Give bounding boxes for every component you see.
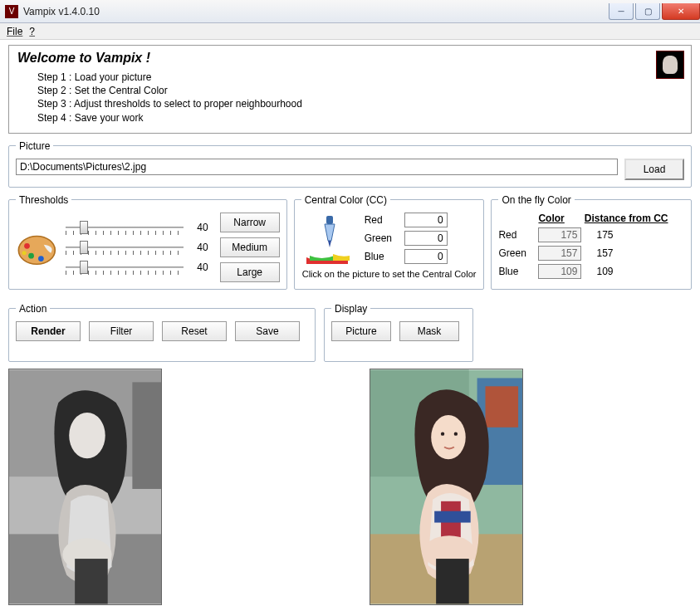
otf-red-value xyxy=(538,227,581,242)
otf-col-color: Color xyxy=(538,213,564,224)
threshold-slider-1[interactable] xyxy=(66,220,184,235)
palette-icon xyxy=(16,225,61,270)
action-legend: Action xyxy=(16,303,50,315)
picture-group: Picture Load xyxy=(8,140,692,188)
thresholds-legend: Thresholds xyxy=(16,194,71,206)
svg-point-4 xyxy=(22,251,27,255)
brand-logo xyxy=(656,51,684,79)
otf-green-value xyxy=(538,246,581,261)
window-title: Vampix v1.4.0.10 xyxy=(23,6,100,17)
otf-color-group: On the fly Color Color Distance from CC … xyxy=(491,194,692,290)
svg-marker-7 xyxy=(328,241,331,247)
otf-red-label: Red xyxy=(498,229,533,241)
menubar: File ? xyxy=(0,23,700,40)
svg-point-1 xyxy=(24,243,30,249)
svg-rect-28 xyxy=(436,559,469,604)
svg-rect-26 xyxy=(434,511,471,522)
threshold-value-3: 40 xyxy=(188,261,208,273)
step-1: Step 1 : Load your picture xyxy=(37,71,683,84)
reset-button[interactable]: Reset xyxy=(162,321,227,341)
display-legend: Display xyxy=(331,303,370,315)
welcome-panel: Welcome to Vampix ! Step 1 : Load your p… xyxy=(8,45,692,134)
action-group: Action Render Filter Reset Save xyxy=(8,303,316,362)
menu-file[interactable]: File xyxy=(7,26,22,37)
app-icon: V xyxy=(5,5,18,18)
cc-blue-label: Blue xyxy=(365,251,399,262)
svg-point-22 xyxy=(431,415,466,459)
display-mask-button[interactable]: Mask xyxy=(399,321,459,341)
central-color-legend: Central Color (CC) xyxy=(301,194,390,206)
cc-blue-input[interactable] xyxy=(404,249,448,264)
threshold-value-2: 40 xyxy=(188,242,208,253)
output-image-preview[interactable] xyxy=(8,369,162,605)
threshold-slider-3[interactable] xyxy=(66,260,184,275)
otf-green-label: Green xyxy=(498,247,533,259)
maximize-button[interactable]: ▢ xyxy=(635,3,660,20)
cc-hint: Click on the picture to set the Central … xyxy=(301,269,477,279)
svg-point-24 xyxy=(454,432,458,435)
svg-point-23 xyxy=(441,432,444,435)
progress-placeholder xyxy=(16,346,308,354)
cc-red-input[interactable] xyxy=(404,213,448,227)
cc-red-label: Red xyxy=(365,214,399,226)
otf-col-dist: Distance from CC xyxy=(585,213,668,224)
otf-blue-dist: 109 xyxy=(596,266,613,277)
threshold-slider-2[interactable] xyxy=(66,240,184,255)
menu-help[interactable]: ? xyxy=(29,26,35,37)
svg-point-13 xyxy=(69,413,105,458)
otf-red-dist: 175 xyxy=(596,229,613,241)
cc-green-input[interactable] xyxy=(404,231,448,246)
otf-legend: On the fly Color xyxy=(498,194,574,206)
cc-green-label: Green xyxy=(365,232,399,244)
minimize-button[interactable]: ─ xyxy=(609,3,634,20)
display-picture-button[interactable]: Picture xyxy=(331,321,391,341)
step-3: Step 3 : Adjust thresholds to select to … xyxy=(37,97,683,110)
filter-button[interactable]: Filter xyxy=(89,321,154,341)
large-button[interactable]: Large xyxy=(220,262,280,282)
medium-button[interactable]: Medium xyxy=(220,237,280,257)
central-color-group: Central Color (CC) Red Green xyxy=(294,194,485,290)
narrow-button[interactable]: Narrow xyxy=(220,213,280,232)
otf-green-dist: 157 xyxy=(596,247,613,259)
render-button[interactable]: Render xyxy=(16,321,81,341)
welcome-heading: Welcome to Vampix ! xyxy=(17,51,683,66)
svg-rect-5 xyxy=(326,216,333,224)
svg-rect-10 xyxy=(132,382,161,489)
step-2: Step 2 : Set the Central Color xyxy=(37,84,683,97)
threshold-value-1: 40 xyxy=(188,222,208,233)
svg-point-2 xyxy=(28,253,34,259)
picture-legend: Picture xyxy=(16,140,53,152)
eyedropper-icon xyxy=(301,213,355,266)
svg-rect-15 xyxy=(75,559,108,604)
svg-rect-19 xyxy=(485,386,518,427)
picture-path-input[interactable] xyxy=(16,159,618,175)
svg-point-3 xyxy=(38,256,44,261)
otf-blue-label: Blue xyxy=(498,266,533,277)
thresholds-group: Thresholds 40 xyxy=(8,194,287,290)
svg-marker-6 xyxy=(325,224,335,241)
load-button[interactable]: Load xyxy=(624,159,684,180)
otf-blue-value xyxy=(538,264,581,279)
titlebar: V Vampix v1.4.0.10 ─ ▢ ✕ xyxy=(0,0,700,23)
source-image-preview[interactable] xyxy=(370,369,523,605)
close-button[interactable]: ✕ xyxy=(662,3,700,20)
save-button[interactable]: Save xyxy=(235,321,300,341)
step-4: Step 4 : Save your work xyxy=(37,111,683,125)
display-group: Display Picture Mask xyxy=(324,303,473,362)
